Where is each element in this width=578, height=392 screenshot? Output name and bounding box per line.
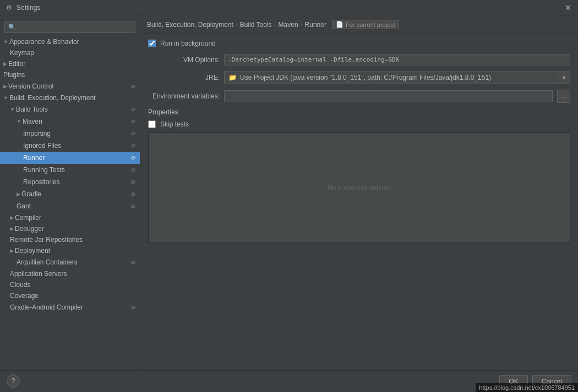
jre-label: JRE: bbox=[148, 74, 220, 81]
sidebar-item-arquillian[interactable]: Arquillian Containers ⟳ bbox=[0, 256, 140, 268]
sidebar-item-importing[interactable]: Importing ⟳ bbox=[0, 128, 140, 140]
sync-icon-gradle-android: ⟳ bbox=[129, 303, 138, 312]
sidebar-label-keymap: Keymap bbox=[10, 49, 140, 57]
sidebar-label-gradle: Gradle bbox=[21, 190, 129, 198]
sidebar-item-gradle-android[interactable]: Gradle-Android Compiler ⟳ bbox=[0, 301, 140, 313]
sidebar-item-repositories[interactable]: Repositories ⟳ bbox=[0, 176, 140, 188]
sidebar: 🔍 ▼ Appearance & Behavior Keymap ▶ Edito… bbox=[0, 15, 140, 370]
sidebar-item-debugger[interactable]: ▶ Debugger bbox=[0, 223, 140, 234]
vm-options-input[interactable] bbox=[224, 54, 570, 65]
sidebar-item-running-tests[interactable]: Running Tests ⟳ bbox=[0, 164, 140, 176]
sync-icon-maven: ⟳ bbox=[129, 117, 138, 126]
sidebar-item-build-execution[interactable]: ▼ Build, Execution, Deployment bbox=[0, 92, 140, 103]
sidebar-label-coverage: Coverage bbox=[10, 292, 140, 300]
help-button[interactable]: ? bbox=[7, 374, 20, 388]
env-input[interactable] bbox=[224, 90, 553, 102]
sidebar-item-compiler[interactable]: ▶ Compiler bbox=[0, 212, 140, 223]
search-icon: 🔍 bbox=[8, 24, 16, 31]
sidebar-label-maven: Maven bbox=[23, 118, 129, 125]
run-background-row: Run in background bbox=[148, 40, 570, 47]
sidebar-item-build-tools[interactable]: ▼ Build Tools ⟳ bbox=[0, 103, 140, 115]
sidebar-item-editor[interactable]: ▶ Editor bbox=[0, 58, 140, 69]
properties-section-title: Properties bbox=[148, 108, 570, 116]
sidebar-label-remote-jar: Remote Jar Repositories bbox=[10, 236, 140, 244]
expand-arrow-maven: ▼ bbox=[17, 119, 21, 124]
sync-icon-gant: ⟳ bbox=[129, 202, 138, 211]
sidebar-label-gradle-android: Gradle-Android Compiler bbox=[10, 303, 129, 311]
search-input[interactable] bbox=[18, 23, 132, 31]
sidebar-item-appearance[interactable]: ▼ Appearance & Behavior bbox=[0, 36, 140, 47]
folder-icon: 📁 bbox=[228, 73, 237, 82]
expand-arrow-editor: ▶ bbox=[3, 61, 7, 67]
sidebar-item-remote-jar[interactable]: Remote Jar Repositories bbox=[0, 234, 140, 245]
sidebar-item-gradle[interactable]: ▶ Gradle ⟳ bbox=[0, 188, 140, 200]
properties-section: No properties defined bbox=[148, 132, 570, 242]
sync-icon-repositories: ⟳ bbox=[129, 178, 138, 186]
sidebar-item-clouds[interactable]: Clouds bbox=[0, 279, 140, 290]
search-box[interactable]: 🔍 bbox=[4, 21, 135, 33]
sidebar-item-deployment[interactable]: ▶ Deployment bbox=[0, 245, 140, 256]
sync-icon-gradle: ⟳ bbox=[129, 190, 138, 198]
sidebar-item-coverage[interactable]: Coverage bbox=[0, 290, 140, 301]
vm-options-label: VM Options: bbox=[148, 56, 220, 64]
breadcrumb-3: Maven bbox=[279, 21, 298, 29]
expand-arrow-compiler: ▶ bbox=[10, 215, 14, 220]
skip-tests-row: Skip tests bbox=[148, 120, 570, 128]
jre-dropdown-btn[interactable]: ▼ bbox=[558, 71, 570, 84]
breadcrumb-4: Runner bbox=[305, 21, 326, 29]
sidebar-label-clouds: Clouds bbox=[10, 281, 140, 289]
breadcrumb-2: Build Tools bbox=[240, 21, 272, 29]
jre-display: 📁 Use Project JDK (java version "1.8.0_1… bbox=[225, 71, 558, 84]
sidebar-label-ignored-files: Ignored Files bbox=[23, 142, 129, 150]
sync-icon-ignored-files: ⟳ bbox=[129, 141, 138, 150]
sidebar-label-repositories: Repositories bbox=[23, 178, 129, 186]
breadcrumb-sep-1: › bbox=[236, 21, 238, 29]
properties-panel-container: No properties defined + − ✏ bbox=[148, 132, 570, 242]
settings-form: Run in background VM Options: JRE: 📁 Use… bbox=[140, 34, 578, 370]
breadcrumb-badge-icon: 📄 bbox=[336, 21, 343, 28]
sidebar-label-appearance: Appearance & Behavior bbox=[9, 38, 140, 46]
sidebar-label-debugger: Debugger bbox=[15, 225, 140, 233]
sidebar-label-build-tools: Build Tools bbox=[16, 106, 129, 113]
vm-options-row: VM Options: bbox=[148, 54, 570, 65]
sidebar-label-running-tests: Running Tests bbox=[23, 166, 129, 174]
breadcrumb-1: Build, Execution, Deployment bbox=[147, 21, 233, 29]
sidebar-label-plugins: Plugins bbox=[3, 71, 140, 79]
sync-icon-version-control: ⟳ bbox=[129, 82, 138, 91]
skip-tests-checkbox[interactable] bbox=[148, 120, 156, 128]
jre-input-container: 📁 Use Project JDK (java version "1.8.0_1… bbox=[224, 71, 570, 84]
skip-tests-label: Skip tests bbox=[160, 120, 189, 128]
sidebar-item-ignored-files[interactable]: Ignored Files ⟳ bbox=[0, 140, 140, 152]
sidebar-item-app-servers[interactable]: Application Servers bbox=[0, 268, 140, 279]
sidebar-label-arquillian: Arquillian Containers bbox=[17, 258, 129, 266]
sidebar-label-importing: Importing bbox=[23, 130, 129, 137]
sidebar-item-gant[interactable]: Gant ⟳ bbox=[0, 200, 140, 212]
env-row: Environment variables: ... bbox=[148, 90, 570, 103]
env-more-btn[interactable]: ... bbox=[557, 90, 570, 103]
breadcrumb-sep-2: › bbox=[274, 21, 276, 29]
expand-arrow-build-execution: ▼ bbox=[3, 95, 8, 101]
sidebar-item-version-control[interactable]: ▶ Version Control ⟳ bbox=[0, 80, 140, 92]
breadcrumb: Build, Execution, Deployment › Build Too… bbox=[140, 15, 578, 34]
close-button[interactable]: ✕ bbox=[563, 2, 574, 13]
expand-arrow-gradle: ▶ bbox=[17, 191, 20, 197]
sync-icon-build-tools: ⟳ bbox=[129, 105, 138, 114]
sidebar-item-keymap[interactable]: Keymap bbox=[0, 47, 140, 58]
sidebar-label-editor: Editor bbox=[8, 60, 140, 68]
sidebar-item-runner[interactable]: Runner ⟳ bbox=[0, 152, 140, 164]
main-container: 🔍 ▼ Appearance & Behavior Keymap ▶ Edito… bbox=[0, 15, 578, 370]
breadcrumb-badge: 📄 For current project bbox=[332, 20, 399, 29]
run-background-checkbox[interactable] bbox=[148, 40, 156, 47]
sync-icon-importing: ⟳ bbox=[129, 129, 138, 138]
sidebar-label-build-execution: Build, Execution, Deployment bbox=[9, 94, 140, 102]
expand-arrow-version-control: ▶ bbox=[3, 84, 7, 89]
title-text: Settings bbox=[17, 4, 574, 12]
run-background-label: Run in background bbox=[160, 40, 216, 47]
sync-icon-runner: ⟳ bbox=[129, 153, 138, 162]
jre-row: JRE: 📁 Use Project JDK (java version "1.… bbox=[148, 71, 570, 84]
expand-arrow-debugger: ▶ bbox=[10, 226, 14, 231]
sidebar-item-plugins[interactable]: Plugins bbox=[0, 69, 140, 80]
sidebar-label-deployment: Deployment bbox=[15, 247, 140, 255]
sidebar-item-maven[interactable]: ▼ Maven ⟳ bbox=[0, 115, 140, 128]
jre-value: Use Project JDK (java version "1.8.0_151… bbox=[240, 74, 491, 81]
